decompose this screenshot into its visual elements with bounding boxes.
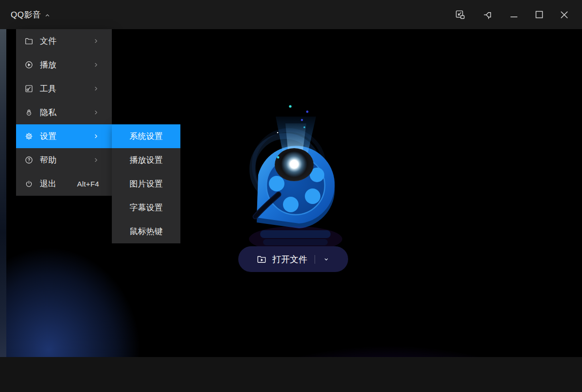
toolbox-icon (24, 84, 34, 93)
menu-item-privacy[interactable]: 隐私 (16, 101, 112, 124)
title-bar: QQ影音 (0, 0, 582, 29)
menu-item-file[interactable]: 文件 (16, 29, 112, 53)
submenu-item-label: 系统设置 (130, 131, 163, 142)
mini-mode-icon (454, 9, 466, 21)
submenu-item-label: 字幕设置 (130, 202, 163, 213)
submenu-item-subtitle-settings[interactable]: 字幕设置 (112, 196, 180, 220)
button-divider (315, 255, 315, 264)
menu-item-settings[interactable]: 设置 (16, 124, 112, 148)
settings-submenu: 系统设置 播放设置 图片设置 字幕设置 鼠标热键 (112, 124, 180, 243)
app-title-text: QQ影音 (11, 9, 41, 20)
control-bar (0, 357, 582, 392)
open-file-dropdown[interactable] (322, 256, 330, 263)
submenu-item-label: 图片设置 (130, 178, 163, 189)
chevron-right-icon (93, 62, 99, 68)
folder-icon (24, 36, 34, 46)
mini-mode-button[interactable] (453, 7, 467, 22)
open-file-split-button: 打开文件 (238, 246, 348, 272)
power-icon (24, 179, 34, 188)
menu-item-help[interactable]: 帮助 (16, 148, 112, 172)
menu-item-label: 设置 (40, 131, 56, 142)
chevron-right-icon (93, 38, 99, 44)
menu-item-label: 文件 (40, 35, 56, 47)
chevron-right-icon (93, 133, 99, 139)
submenu-item-label: 播放设置 (130, 154, 163, 166)
menu-item-label: 播放 (40, 59, 56, 70)
menu-item-label: 隐私 (40, 107, 56, 118)
play-circle-icon (24, 60, 34, 69)
maximize-icon (533, 9, 545, 20)
submenu-item-play-settings[interactable]: 播放设置 (112, 148, 180, 172)
app-window: 打开文件 QQ影音 (0, 0, 582, 392)
menu-item-tools[interactable]: 工具 (16, 77, 112, 101)
background-edge-light (0, 29, 6, 357)
chevron-up-icon (44, 12, 51, 18)
submenu-item-system-settings[interactable]: 系统设置 (112, 124, 180, 148)
lock-icon (24, 108, 34, 117)
minimize-button[interactable] (507, 7, 521, 22)
menu-item-exit[interactable]: 退出 Alt+F4 (16, 172, 112, 196)
folder-play-icon (256, 254, 267, 265)
menu-item-play[interactable]: 播放 (16, 53, 112, 77)
chevron-right-icon (93, 157, 99, 163)
gear-icon (24, 132, 34, 141)
chevron-right-icon (93, 109, 99, 116)
submenu-item-mouse-hotkeys[interactable]: 鼠标热键 (112, 220, 180, 243)
pin-icon (482, 9, 494, 21)
submenu-item-image-settings[interactable]: 图片设置 (112, 172, 180, 196)
minimize-icon (508, 9, 520, 20)
menu-item-label: 退出 (40, 178, 56, 189)
chevron-down-icon (322, 256, 330, 263)
open-file-label: 打开文件 (272, 254, 307, 265)
qqplayer-logo (241, 93, 343, 254)
close-icon (558, 9, 570, 21)
menu-item-shortcut: Alt+F4 (77, 180, 99, 188)
maximize-button[interactable] (532, 7, 547, 22)
close-button[interactable] (557, 7, 571, 22)
menu-item-label: 工具 (40, 83, 56, 94)
question-circle-icon (24, 155, 34, 165)
submenu-item-label: 鼠标热键 (130, 226, 163, 237)
chevron-right-icon (93, 85, 99, 92)
pin-button[interactable] (481, 7, 495, 22)
menu-item-label: 帮助 (40, 154, 56, 166)
main-menu: 文件 播放 工具 隐私 (16, 29, 112, 196)
main-menu-button[interactable]: QQ影音 (11, 0, 51, 29)
open-file-button[interactable]: 打开文件 (256, 254, 307, 265)
